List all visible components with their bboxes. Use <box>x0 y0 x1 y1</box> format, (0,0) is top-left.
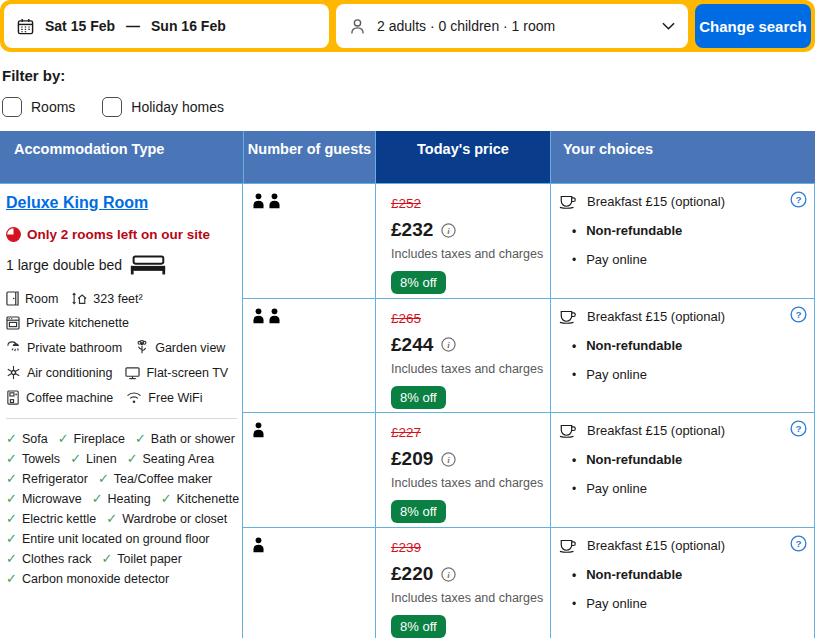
choices-cell: Breakfast £15 (optional) ? •Non-refundab… <box>550 413 815 527</box>
facility-label: Garden view <box>155 341 225 355</box>
svg-text:?: ? <box>795 194 801 205</box>
facility-label: Flat-screen TV <box>146 366 228 380</box>
breakfast-option: Breakfast £15 (optional) <box>587 309 725 324</box>
help-question-icon[interactable]: ? <box>790 535 807 552</box>
garden-view-icon <box>135 340 149 355</box>
discount-badge: 8% off <box>391 615 446 638</box>
check-icon: ✓ <box>161 492 172 506</box>
rate-condition: •Pay online <box>559 481 806 496</box>
facility-size: 323 feet² <box>71 291 142 306</box>
rate-condition: •Pay online <box>559 367 806 382</box>
facility-free-wifi: Free WiFi <box>126 390 202 405</box>
facility-label: Private bathroom <box>27 341 122 355</box>
help-question-icon[interactable]: ? <box>790 306 807 323</box>
discount-badge: 8% off <box>391 271 446 294</box>
help-question-icon[interactable]: ? <box>790 191 807 208</box>
size-icon <box>71 291 87 306</box>
current-price: £244 <box>391 334 433 356</box>
check-icon: ✓ <box>6 432 17 446</box>
original-price: £252 <box>391 196 421 211</box>
amenity-item: ✓Electric kettle <box>6 512 96 526</box>
header-number-of-guests: Number of guests <box>243 131 375 183</box>
breakfast-option: Breakfast £15 (optional) <box>587 194 725 209</box>
amenity-item: ✓Sofa <box>6 432 48 446</box>
breakfast-option: Breakfast £15 (optional) <box>587 423 725 438</box>
change-search-button[interactable]: Change search <box>695 4 811 48</box>
discount-badge: 8% off <box>391 386 446 409</box>
rate-condition: •Non-refundable <box>559 567 806 582</box>
bathroom-icon <box>6 340 21 355</box>
amenity-item: ✓Linen <box>70 452 117 466</box>
facility-flat-screen-tv: Flat-screen TV <box>125 365 228 380</box>
holiday-homes-checkbox-label: Holiday homes <box>131 99 224 115</box>
kitchenette-icon <box>6 316 20 330</box>
facility-bathroom: Private bathroom <box>6 340 122 355</box>
bed-info-text: 1 large double bed <box>6 257 122 273</box>
room-table: Accommodation Type Number of guests Toda… <box>0 131 815 638</box>
scarcity-message: Only 2 rooms left on our site <box>6 227 236 242</box>
coffee-cup-icon <box>559 538 578 553</box>
amenity-list: ✓Sofa ✓Fireplace ✓Bath or shower ✓Towels… <box>6 432 236 586</box>
filter-section: Filter by: Rooms Holiday homes <box>0 52 815 117</box>
occupancy-field[interactable]: 2 adults · 0 children · 1 room <box>336 4 688 48</box>
check-icon: ✓ <box>6 532 17 546</box>
check-icon: ✓ <box>98 472 109 486</box>
rate-condition: •Non-refundable <box>559 452 806 467</box>
discount-badge: 8% off <box>391 500 446 523</box>
amenity-item: ✓Heating <box>92 492 151 506</box>
price-info-icon[interactable]: i <box>441 337 456 352</box>
person-icon <box>268 193 281 209</box>
header-your-choices: Your choices <box>550 131 815 183</box>
facility-label: Free WiFi <box>148 391 202 405</box>
amenity-item: ✓Clothes rack <box>6 552 91 566</box>
rooms-checkbox[interactable] <box>2 97 22 117</box>
holiday-homes-checkbox[interactable] <box>102 97 122 117</box>
rate-row: £227 £209 i Includes taxes and charges 8… <box>243 413 815 528</box>
check-icon: ✓ <box>58 432 69 446</box>
amenity-item: ✓Seating Area <box>127 452 215 466</box>
check-icon: ✓ <box>6 472 17 486</box>
svg-text:i: i <box>448 569 451 579</box>
price-info-icon[interactable]: i <box>441 567 456 582</box>
header-todays-price: Today's price <box>375 131 550 183</box>
coffee-machine-icon <box>6 390 20 405</box>
amenity-item: ✓Entire unit located on ground floor <box>6 532 210 546</box>
bullet-icon: • <box>572 568 576 582</box>
guests-cell <box>243 299 375 413</box>
bed-info: 1 large double bed <box>6 255 236 275</box>
room-name-link[interactable]: Deluxe King Room <box>6 194 148 212</box>
amenity-item: ✓Tea/Coffee maker <box>98 472 212 486</box>
checkin-date: Sat 15 Feb <box>45 18 115 34</box>
air-conditioning-icon <box>6 365 21 380</box>
bullet-icon: • <box>572 339 576 353</box>
rate-row: £265 £244 i Includes taxes and charges 8… <box>243 299 815 414</box>
help-question-icon[interactable]: ? <box>790 420 807 437</box>
svg-text:i: i <box>448 455 451 465</box>
taxes-note: Includes taxes and charges <box>391 247 550 261</box>
date-range-field[interactable]: Sat 15 Feb — Sun 16 Feb <box>4 4 329 48</box>
price-info-icon[interactable]: i <box>441 223 456 238</box>
facility-label: Air conditioning <box>27 366 112 380</box>
choices-cell: Breakfast £15 (optional) ? •Non-refundab… <box>550 299 815 413</box>
amenity-item: ✓Microwave <box>6 492 82 506</box>
price-cell: £252 £232 i Includes taxes and charges 8… <box>375 184 550 298</box>
person-outline-icon <box>349 18 366 35</box>
header-accommodation-type: Accommodation Type <box>0 131 243 183</box>
check-icon: ✓ <box>92 492 103 506</box>
bullet-icon: • <box>572 453 576 467</box>
check-icon: ✓ <box>127 452 138 466</box>
coffee-cup-icon <box>559 194 578 209</box>
rate-row: £252 £232 i Includes taxes and charges 8… <box>243 184 815 299</box>
bullet-icon: • <box>572 597 576 611</box>
person-icon <box>268 308 281 324</box>
room-icon <box>6 291 19 306</box>
price-info-icon[interactable]: i <box>441 452 456 467</box>
amenity-item: ✓Toilet paper <box>101 552 182 566</box>
filter-title: Filter by: <box>2 67 815 84</box>
check-icon: ✓ <box>6 552 17 566</box>
person-icon <box>252 308 265 324</box>
chevron-down-icon <box>662 22 675 30</box>
scarcity-text: Only 2 rooms left on our site <box>27 227 210 242</box>
facility-list: Room 323 feet² <box>6 291 236 405</box>
guests-cell <box>243 528 375 638</box>
